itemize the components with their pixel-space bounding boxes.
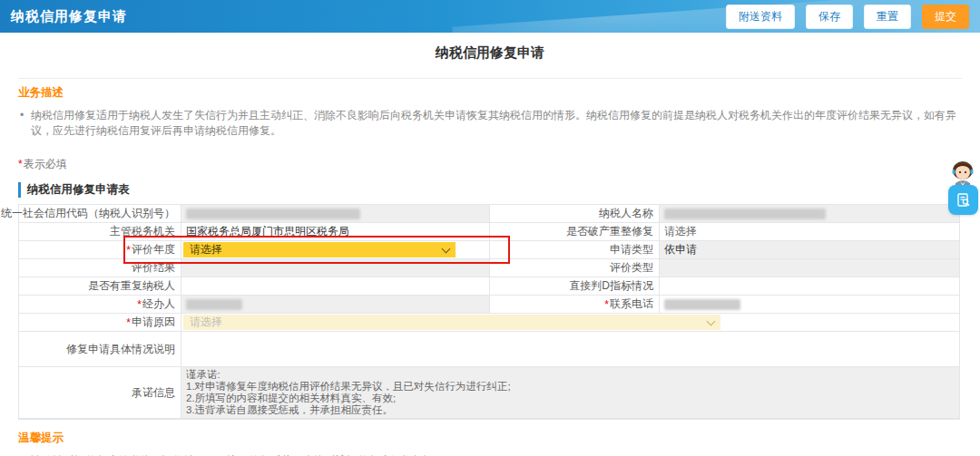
field-value-taxpayer-name [659,205,959,222]
field-value-evaluation-type [659,259,959,277]
redacted-value [664,209,826,219]
document-search-icon [956,192,972,209]
floating-helper-widget [940,160,980,215]
field-value-application-type: 依申请 [659,241,959,258]
evaluation-year-select-value: 请选择 [190,242,222,257]
redacted-value [186,299,242,310]
field-cell-application-reason: 请选择 [181,314,959,331]
field-value-direct-d-indicator [659,277,959,295]
banner-button-group: 附送资料 保存 重置 提交 [726,5,969,29]
commitment-text: 谨承诺: 1.对申请修复年度纳税信用评价结果无异议，且已对失信行为进行纠正; 2… [181,367,959,418]
table-row: 评价结果 评价类型 [19,259,959,277]
field-label-evaluation-year: *评价年度 [19,241,181,258]
section-divider [18,78,962,79]
application-reason-select[interactable]: 请选择 [183,315,720,330]
chevron-down-icon [442,244,451,253]
attach-documents-button[interactable]: 附送资料 [726,5,795,29]
commitment-line: 2.所填写的内容和提交的相关材料真实、有效; [186,393,959,404]
table-row: *申请原因 请选择 [19,314,959,332]
table-row: 承诺信息 谨承诺: 1.对申请修复年度纳税信用评价结果无异议，且已对失信行为进行… [19,367,959,419]
repair-detail-textarea[interactable] [181,332,959,366]
field-label-bankruptcy-repair: 是否破产重整修复 [489,223,659,240]
table-row: 是否有重复纳税人 直接判D指标情况 [19,277,959,296]
chevron-down-icon [707,316,716,325]
commitment-line: 1.对申请修复年度纳税信用评价结果无异议，且已对失信行为进行纠正; [186,381,959,393]
save-button[interactable]: 保存 [806,5,853,29]
table-row: 修复申请具体情况说明 [19,332,959,367]
tips-heading: 温馨提示 [18,431,962,446]
commitment-line: 谨承诺: [186,369,959,381]
field-value-contact-phone [659,296,959,313]
field-label-commitment: 承诺信息 [19,367,181,418]
field-value-duplicate-taxpayer [181,277,489,295]
field-value-tax-authority: 国家税务总局厦门市思明区税务局 [181,223,489,240]
field-value-credit-code [181,205,489,222]
table-row: *经办人 *联系电话 [19,296,959,314]
top-banner: 纳税信用修复申请 附送资料 保存 重置 提交 [0,0,980,33]
field-label-evaluation-result: 评价结果 [19,259,181,277]
page-title: 纳税信用修复申请 [0,44,980,62]
table-row: *评价年度 请选择 申请类型 依申请 [19,241,959,259]
banner-title: 纳税信用修复申请 [11,8,127,25]
field-label-application-reason: *申请原因 [19,314,181,331]
repair-application-table: *统一社会信用代码（纳税人识别号） 纳税人名称 主管税务机关 国家税务总局厦门市… [18,204,960,420]
field-label-contact-phone: *联系电话 [489,296,659,313]
redacted-value [186,209,360,219]
field-label-evaluation-type: 评价类型 [489,259,659,277]
field-cell-evaluation-year: 请选择 [181,241,489,258]
field-value-evaluation-result [181,259,489,277]
field-label-credit-code: *统一社会信用代码（纳税人识别号） [19,205,181,222]
required-note-text: 表示必填 [24,158,67,170]
required-asterisk: * [18,158,23,170]
bankruptcy-repair-select[interactable]: 请选择 [659,223,959,240]
required-note: *表示必填 [18,157,962,172]
field-value-handler [181,296,489,313]
field-label-application-type: 申请类型 [489,241,659,258]
evaluation-year-select[interactable]: 请选择 [183,242,456,257]
business-desc-heading: 业务描述 [18,85,962,101]
table-row: 主管税务机关 国家税务总局厦门市思明区税务局 是否破产重整修复 请选择 [19,223,959,241]
field-label-taxpayer-name: 纳税人名称 [489,205,659,222]
field-label-direct-d-indicator: 直接判D指标情况 [489,277,659,295]
reset-button[interactable]: 重置 [864,5,911,29]
document-search-button[interactable] [948,185,978,215]
application-reason-placeholder: 请选择 [190,315,222,330]
redacted-value [664,299,740,310]
field-label-repair-detail: 修复申请具体情况说明 [19,332,181,366]
submit-button[interactable]: 提交 [922,5,969,29]
field-label-tax-authority: 主管税务机关 [19,223,181,240]
commitment-line: 3.违背承诺自愿接受惩戒，并承担相应责任。 [186,404,959,416]
table-row: *统一社会信用代码（纳税人识别号） 纳税人名称 [19,205,959,223]
field-label-duplicate-taxpayer: 是否有重复纳税人 [19,277,181,295]
form-section-title: 纳税信用修复申请表 [18,182,962,198]
field-label-handler: *经办人 [19,296,181,313]
business-desc-text: 纳税信用修复适用于纳税人发生了失信行为并且主动纠正、消除不良影响后向税务机关申请… [18,108,962,139]
